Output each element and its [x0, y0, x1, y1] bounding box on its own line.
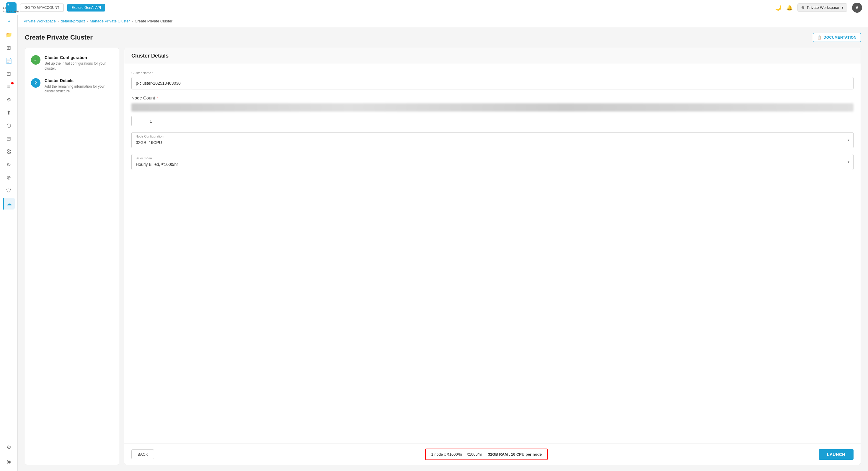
- sidebar-item-files[interactable]: 📁: [3, 29, 15, 41]
- breadcrumb-sep-2: ›: [87, 19, 88, 23]
- select-plan-group: Select Plan Hourly Billed, ₹1000/hr Mont…: [131, 154, 854, 170]
- pricing-text: 1 node x ₹1000/hr = ₹1000/hr: [431, 452, 482, 457]
- sidebar-item-security[interactable]: 🛡: [3, 185, 15, 196]
- step-1-title: Cluster Configuration: [44, 55, 113, 60]
- node-count-label: Node Count *: [131, 95, 854, 100]
- sidebar-item-cluster-manage[interactable]: ⚙: [3, 94, 15, 106]
- doc-label: DOCUMENTATION: [824, 35, 857, 39]
- node-config-group: Node Configuration 32GB, 16CPU 16GB, 8CP…: [131, 132, 854, 148]
- pricing-box: 1 node x ₹1000/hr = ₹1000/hr 32GB RAM , …: [425, 448, 548, 460]
- notifications-button[interactable]: 🔔: [786, 4, 793, 11]
- workspace-chevron-icon: ▾: [841, 5, 843, 10]
- explore-genai-button[interactable]: Explore GenAI API: [67, 4, 105, 11]
- sidebar-item-grid[interactable]: ⊡: [3, 68, 15, 80]
- step-2-desc: Add the remaining information for your c…: [44, 84, 113, 94]
- sidebar-item-account[interactable]: ◉: [3, 456, 15, 467]
- top-nav: TIR AI PLATFORM GO TO MYACCOUNT Explore …: [0, 0, 868, 15]
- select-plan-label: Select Plan: [135, 156, 152, 160]
- app-body: » 📁 ⊞ 📄 ⊡ ≡ ⚙ ⬆ ⬡ ⊟ ⛓ ↻ ⊕ 🛡 ☁ ⚙ ◉ Privat…: [0, 15, 868, 471]
- sidebar-item-refresh[interactable]: ↻: [3, 159, 15, 170]
- details-heading: Cluster Details: [131, 53, 854, 59]
- select-plan-select[interactable]: Hourly Billed, ₹1000/hr Monthly Billed A…: [131, 154, 854, 170]
- stepper-value: 1: [142, 116, 160, 126]
- details-panel: Cluster Details Cluster Name *: [124, 48, 861, 465]
- go-to-myaccount-button[interactable]: GO TO MYACCOUNT: [20, 4, 64, 12]
- page-title: Create Private Cluster: [25, 34, 93, 41]
- step-1-content: Cluster Configuration Set up the initial…: [44, 55, 113, 71]
- dark-mode-toggle[interactable]: 🌙: [775, 4, 781, 11]
- avatar[interactable]: A: [852, 3, 862, 13]
- cluster-layout: ✓ Cluster Configuration Set up the initi…: [25, 48, 861, 465]
- back-button[interactable]: BACK: [131, 449, 154, 459]
- sidebar-item-table[interactable]: ⊟: [3, 133, 15, 145]
- stepper-minus-button[interactable]: −: [131, 116, 142, 126]
- cluster-name-label: Cluster Name *: [131, 71, 854, 75]
- step-1-icon: ✓: [31, 55, 40, 65]
- sidebar: » 📁 ⊞ 📄 ⊡ ≡ ⚙ ⬆ ⬡ ⊟ ⛓ ↻ ⊕ 🛡 ☁ ⚙ ◉: [0, 15, 18, 471]
- main-content: Private Workspace › default-project › Ma…: [18, 15, 868, 471]
- step-1-desc: Set up the initial configurations for yo…: [44, 61, 113, 71]
- breadcrumb-private-workspace[interactable]: Private Workspace: [24, 19, 56, 23]
- sidebar-toggle-button[interactable]: »: [7, 18, 10, 24]
- sidebar-item-docs[interactable]: 📄: [3, 55, 15, 67]
- page-header: Create Private Cluster 📋 DOCUMENTATION: [25, 33, 861, 42]
- sidebar-item-container[interactable]: ⊕: [3, 172, 15, 184]
- step-2-content: Cluster Details Add the remaining inform…: [44, 78, 113, 94]
- logo-text-platform: AI PLATFORM: [3, 7, 20, 13]
- sidebar-item-nodes[interactable]: ⬡: [3, 120, 15, 132]
- nav-left: TIR AI PLATFORM GO TO MYACCOUNT Explore …: [6, 2, 105, 13]
- breadcrumb-sep-1: ›: [58, 19, 59, 23]
- sidebar-item-settings[interactable]: ⚙: [3, 441, 15, 453]
- stepper-plus-button[interactable]: +: [160, 116, 170, 126]
- logo-text-tir: TIR: [3, 2, 20, 7]
- pricing-spec: 32GB RAM , 16 CPU per node: [488, 452, 542, 457]
- documentation-button[interactable]: 📋 DOCUMENTATION: [813, 33, 861, 42]
- sidebar-item-deploy[interactable]: ⬆: [3, 107, 15, 119]
- blurred-options-bar: [131, 103, 854, 112]
- sidebar-item-dashboard[interactable]: ⊞: [3, 42, 15, 54]
- step-2: 2 Cluster Details Add the remaining info…: [31, 78, 113, 94]
- node-config-label: Node Configuration: [135, 134, 163, 138]
- step-1: ✓ Cluster Configuration Set up the initi…: [31, 55, 113, 71]
- workspace-icon: ⊕: [801, 5, 805, 10]
- details-footer: BACK 1 node x ₹1000/hr = ₹1000/hr 32GB R…: [124, 444, 861, 465]
- node-count-stepper: − 1 +: [131, 116, 854, 126]
- badge: [11, 82, 13, 85]
- details-header: Cluster Details: [124, 48, 861, 64]
- sidebar-item-private-cluster[interactable]: ☁: [3, 198, 15, 210]
- logo-icon: TIR AI PLATFORM: [6, 2, 17, 13]
- step-2-title: Cluster Details: [44, 78, 113, 83]
- sidebar-item-list[interactable]: ≡: [3, 81, 15, 93]
- workspace-label: Private Workspace: [807, 5, 839, 10]
- node-config-select[interactable]: 32GB, 16CPU 16GB, 8CPU 64GB, 32CPU: [131, 132, 854, 148]
- workspace-selector[interactable]: ⊕ Private Workspace ▾: [798, 3, 847, 12]
- cluster-name-group: Cluster Name *: [131, 71, 854, 89]
- node-count-required: *: [156, 95, 158, 100]
- breadcrumb-create-cluster: Create Private Cluster: [135, 19, 173, 23]
- page-area: Create Private Cluster 📋 DOCUMENTATION ✓…: [18, 27, 868, 471]
- doc-icon: 📋: [817, 35, 822, 39]
- breadcrumb-manage-cluster[interactable]: Manage Private Cluster: [90, 19, 130, 23]
- breadcrumb: Private Workspace › default-project › Ma…: [18, 15, 868, 27]
- launch-button[interactable]: LAUNCH: [819, 449, 854, 460]
- logo: TIR AI PLATFORM: [6, 2, 17, 13]
- node-count-text: Node Count: [131, 95, 155, 100]
- details-body: Cluster Name * Node Count *: [124, 64, 861, 444]
- sidebar-bottom: ⚙ ◉: [3, 441, 15, 468]
- steps-panel: ✓ Cluster Configuration Set up the initi…: [25, 48, 119, 465]
- nav-right: 🌙 🔔 ⊕ Private Workspace ▾ A: [775, 3, 862, 13]
- sidebar-item-pipeline[interactable]: ⛓: [3, 146, 15, 158]
- step-2-icon: 2: [31, 78, 40, 88]
- breadcrumb-default-project[interactable]: default-project: [61, 19, 85, 23]
- node-count-section: Node Count * − 1 +: [131, 95, 854, 126]
- breadcrumb-sep-3: ›: [132, 19, 133, 23]
- cluster-name-input[interactable]: [131, 77, 854, 89]
